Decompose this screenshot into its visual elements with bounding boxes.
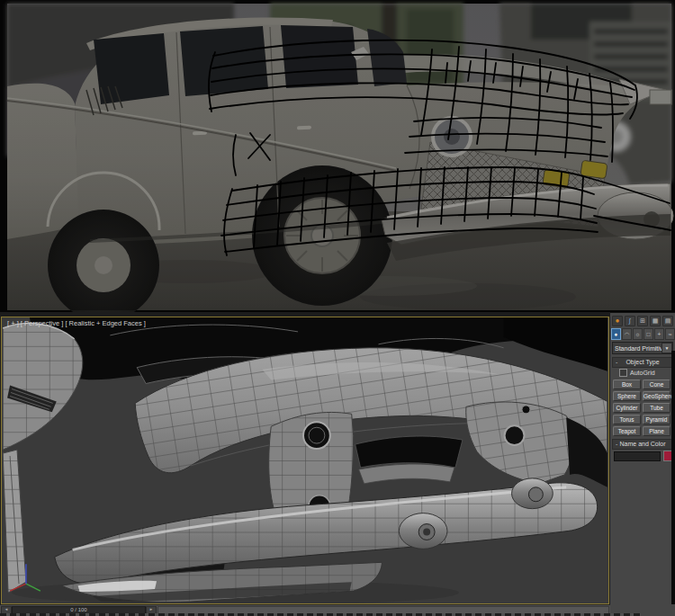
collapse-icon[interactable]: - (616, 358, 617, 367)
cone-button[interactable]: Cone (643, 379, 670, 389)
collapse-icon[interactable]: - (616, 440, 617, 449)
cameras-category-icon[interactable]: □ (644, 328, 653, 340)
sphere-button[interactable]: Sphere (613, 391, 641, 401)
autogrid-checkbox[interactable] (619, 369, 627, 377)
main-toolbar-icons: ● ∫ ⊞ ▦ ▤ ╱ (612, 316, 675, 326)
render-setup-icon[interactable]: ▤ (662, 316, 673, 326)
name-color-rollout-header[interactable]: - Name and Color (612, 439, 673, 450)
grille-opening (356, 436, 463, 468)
viewport-label[interactable]: [ + ] [ Perspective ] [ Realistic + Edge… (7, 319, 146, 327)
lights-category-icon[interactable]: ☼ (633, 328, 643, 340)
headlight-opening (505, 425, 525, 445)
primitive-type-dropdown[interactable]: Standard Primitives ▼ (612, 342, 673, 354)
name-color-row (614, 451, 674, 461)
reference-photo-section (0, 0, 675, 312)
space-warps-category-icon[interactable]: ≈ (665, 328, 675, 340)
object-type-rollout-header[interactable]: - Object Type (612, 357, 673, 368)
viewport-canvas[interactable] (2, 317, 608, 603)
tube-button[interactable]: Tube (643, 403, 670, 413)
object-name-field[interactable] (614, 451, 661, 461)
primitive-buttons: Box Cone Sphere GeoSphere Cylinder Tube … (613, 379, 671, 436)
rollout-title: Name and Color (620, 441, 666, 447)
shapes-category-icon[interactable]: ◠ (622, 328, 632, 340)
dropdown-value: Standard Primitives (613, 345, 662, 352)
command-panel: ● ∫ ⊞ ▦ ▤ ╱ ● ◠ ☼ □ + ≈ * Standard Primi… (610, 312, 675, 616)
reference-photo (0, 0, 675, 312)
render-production-icon[interactable]: ● (612, 316, 623, 326)
autogrid-row: AutoGrid (619, 369, 655, 377)
time-slider-row: ◄ 0 / 100 ► (0, 604, 610, 613)
3dsmax-modeling-tutorial-screenshot: [ + ] [ Perspective ] [ Realistic + Edge… (0, 0, 675, 616)
create-category-icons: ● ◠ ☼ □ + ≈ * (611, 328, 675, 340)
cylinder-button[interactable]: Cylinder (613, 403, 641, 413)
geosphere-button[interactable]: GeoSphere (643, 391, 670, 401)
photo-dim-overlay (7, 4, 671, 310)
material-editor-icon[interactable]: ▦ (650, 316, 661, 326)
teapot-button[interactable]: Teapot (613, 426, 641, 436)
rollout-title: Object Type (626, 359, 659, 365)
box-button[interactable]: Box (613, 379, 641, 389)
perspective-viewport[interactable]: [ + ] [ Perspective ] [ Realistic + Edge… (1, 317, 609, 604)
headlight-opening (303, 422, 330, 449)
plane-button[interactable]: Plane (643, 426, 670, 436)
curve-editor-icon[interactable]: ∫ (625, 316, 635, 326)
helpers-category-icon[interactable]: + (654, 328, 664, 340)
max-ui-section: [ + ] [ Perspective ] [ Realistic + Edge… (0, 312, 675, 616)
schematic-view-icon[interactable]: ⊞ (637, 316, 648, 326)
autogrid-label: AutoGrid (630, 370, 655, 376)
panel-scroll-groove[interactable] (671, 351, 675, 604)
pyramid-button[interactable]: Pyramid (643, 415, 670, 424)
geometry-category-icon[interactable]: ● (611, 328, 621, 340)
torus-button[interactable]: Torus (613, 415, 641, 424)
